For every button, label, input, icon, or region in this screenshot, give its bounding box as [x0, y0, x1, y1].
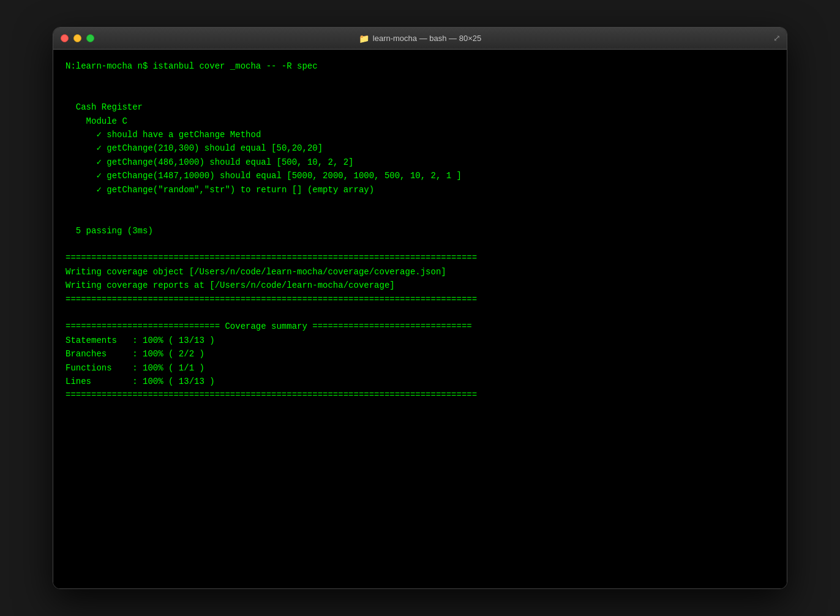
writing-coverage-object: Writing coverage object [/Users/n/code/l…	[66, 265, 774, 279]
functions-stat: Functions : 100% ( 1/1 )	[66, 361, 774, 375]
test-5: ✓ getChange("random","str") to return []…	[66, 183, 774, 197]
lines-stat: Lines : 100% ( 13/13 )	[66, 375, 774, 388]
divider-1: ========================================…	[66, 251, 774, 265]
close-button[interactable]	[61, 34, 69, 42]
blank-line-2	[66, 87, 774, 100]
passing-line: 5 passing (3ms)	[66, 224, 774, 238]
folder-icon: 📁	[359, 34, 369, 43]
traffic-lights	[61, 34, 94, 42]
writing-coverage-reports: Writing coverage reports at [/Users/n/co…	[66, 279, 774, 292]
expand-button[interactable]: ⤢	[773, 33, 781, 43]
minimize-button[interactable]	[73, 34, 81, 42]
module-name: Module C	[66, 115, 774, 128]
test-1: ✓ should have a getChange Method	[66, 128, 774, 141]
maximize-button[interactable]	[86, 34, 94, 42]
divider-2: ========================================…	[66, 293, 774, 306]
test-2: ✓ getChange(210,300) should equal [50,20…	[66, 141, 774, 155]
divider-3: ========================================…	[66, 388, 774, 402]
test-3: ✓ getChange(486,1000) should equal [500,…	[66, 156, 774, 169]
blank-line-6	[66, 306, 774, 320]
branches-stat: Branches : 100% ( 2/2 )	[66, 347, 774, 361]
statements-stat: Statements : 100% ( 13/13 )	[66, 334, 774, 347]
test-4: ✓ getChange(1487,10000) should equal [50…	[66, 169, 774, 182]
terminal-body: N:learn-mocha n$ istanbul cover _mocha -…	[53, 50, 787, 588]
titlebar: 📁 learn-mocha — bash — 80×25 ⤢	[53, 28, 787, 50]
window-title: 📁 learn-mocha — bash — 80×25	[359, 34, 481, 43]
terminal-window: 📁 learn-mocha — bash — 80×25 ⤢ N:learn-m…	[53, 27, 787, 589]
blank-line-4	[66, 210, 774, 223]
coverage-summary-header: ============================== Coverage …	[66, 320, 774, 333]
blank-line-3	[66, 197, 774, 210]
suite-name: Cash Register	[66, 100, 774, 114]
blank-line-5	[66, 238, 774, 251]
prompt-line: N:learn-mocha n$ istanbul cover _mocha -…	[66, 59, 774, 73]
blank-line-1	[66, 73, 774, 86]
